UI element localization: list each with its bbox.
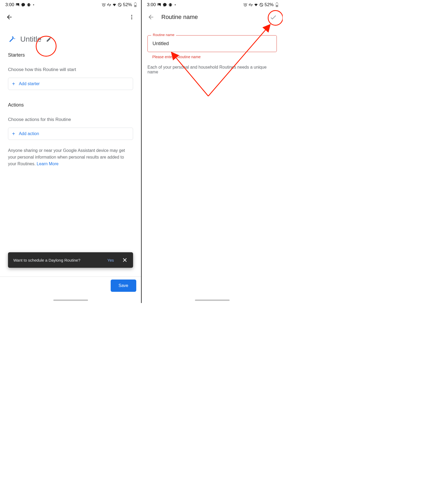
more-menu-button[interactable]	[126, 11, 137, 23]
status-bar: 3:00 52%	[142, 0, 283, 10]
disclaimer-text: Anyone sharing or near your Google Assis…	[8, 148, 125, 166]
plus-icon: +	[12, 131, 15, 136]
field-help-text: Each of your personal and household Rout…	[142, 59, 283, 74]
back-button[interactable]	[145, 11, 157, 23]
wifi-icon	[254, 3, 258, 7]
routine-title-row: Untitle	[0, 25, 141, 46]
actions-heading: Actions	[0, 93, 141, 109]
snackbar-close-button[interactable]	[120, 257, 129, 263]
edit-title-button[interactable]	[43, 34, 55, 45]
gallery-icon	[15, 3, 20, 7]
save-button[interactable]: Save	[111, 280, 136, 292]
status-battery-pct: 52%	[123, 2, 132, 7]
privacy-disclaimer: Anyone sharing or near your Google Assis…	[0, 143, 141, 167]
learn-more-link[interactable]: Learn More	[37, 162, 59, 166]
alarm-icon	[102, 3, 106, 7]
routine-name-input[interactable]: Untitled	[147, 35, 277, 52]
add-action-button[interactable]: + Add action	[8, 128, 133, 140]
gesture-handle	[195, 300, 230, 301]
screen-rename-routine: 3:00 52%	[142, 0, 283, 303]
bottom-divider	[0, 277, 141, 277]
messenger-icon	[163, 3, 167, 7]
battery-icon	[275, 3, 279, 7]
routine-name-field-wrap: Routine name Untitled Please enter a Rou…	[147, 35, 277, 59]
more-notifications-dot	[175, 4, 176, 5]
routine-title: Untitle	[20, 35, 41, 44]
svg-point-9	[131, 17, 132, 18]
status-time: 3:00	[147, 2, 156, 7]
no-data-icon	[118, 3, 122, 7]
starters-heading: Starters	[0, 46, 141, 60]
alarm-icon	[243, 3, 247, 7]
field-floating-label: Routine name	[151, 33, 176, 37]
status-battery-pct: 52%	[265, 2, 274, 7]
gesture-handle	[53, 300, 88, 301]
confirm-button[interactable]	[268, 11, 279, 23]
magic-wand-icon	[8, 35, 16, 44]
messenger-icon	[21, 3, 25, 7]
status-time: 3:00	[5, 2, 14, 7]
sports-icon	[27, 3, 31, 7]
vibrate-icon	[249, 3, 253, 7]
snackbar-yes-button[interactable]: Yes	[105, 258, 117, 262]
svg-rect-17	[276, 2, 277, 3]
back-button[interactable]	[4, 11, 15, 23]
daylong-snackbar: Want to schedule a Daylong Routine? Yes	[8, 252, 133, 268]
app-bar: Routine name	[142, 10, 283, 25]
add-starter-button[interactable]: + Add starter	[8, 78, 133, 90]
svg-point-12	[158, 4, 159, 5]
svg-rect-7	[134, 5, 136, 7]
svg-point-1	[17, 4, 17, 5]
starters-subtext: Choose how this Routine will start	[0, 60, 141, 76]
vibrate-icon	[107, 3, 111, 7]
battery-icon	[133, 3, 137, 7]
app-bar	[0, 10, 141, 25]
plus-icon: +	[12, 81, 15, 86]
more-notifications-dot	[33, 4, 34, 5]
svg-rect-6	[135, 2, 136, 3]
svg-point-10	[131, 18, 132, 19]
svg-point-8	[131, 15, 132, 16]
field-error-text: Please enter a Routine name	[147, 52, 277, 59]
gallery-icon	[157, 3, 161, 7]
snackbar-message: Want to schedule a Daylong Routine?	[13, 258, 101, 262]
sports-icon	[168, 3, 173, 7]
add-action-label: Add action	[19, 131, 39, 136]
add-starter-label: Add starter	[19, 81, 40, 86]
routine-name-value: Untitled	[153, 41, 169, 46]
no-data-icon	[259, 3, 263, 7]
svg-rect-18	[276, 5, 278, 7]
screen-routine-editor: 3:00 52%	[0, 0, 141, 303]
status-bar: 3:00 52%	[0, 0, 141, 10]
actions-subtext: Choose actions for this Routine	[0, 109, 141, 125]
wifi-icon	[112, 3, 117, 7]
app-bar-title: Routine name	[161, 14, 198, 21]
